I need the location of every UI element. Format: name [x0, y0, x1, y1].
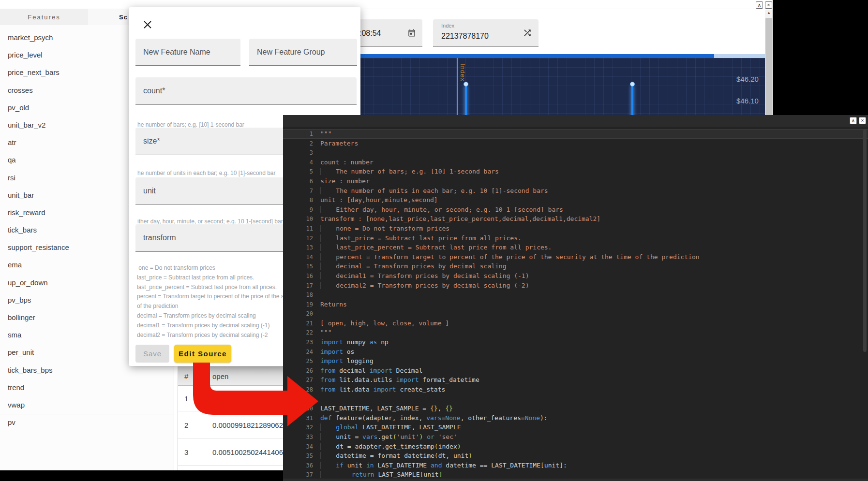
line-number: 4	[283, 158, 313, 168]
code-line: 21[ open, high, low, close, volume ]	[283, 319, 868, 328]
line-number: 8	[283, 196, 313, 205]
transform-help-text: one = Do not transform priceslast_price …	[137, 263, 308, 340]
code-line: 36 if unit in LAST_DATETIME and datetime…	[283, 461, 868, 470]
sidebar-item-pv[interactable]: pv	[0, 414, 174, 431]
code-line: 18	[283, 290, 868, 300]
feature-name-placeholder: New Feature Name	[143, 48, 210, 57]
line-number: 14	[283, 253, 313, 262]
table-header-open: open	[212, 372, 228, 380]
transform-placeholder: transform	[143, 233, 176, 242]
line-number: 33	[283, 433, 313, 442]
edit-source-button[interactable]: Edit Source	[174, 345, 231, 363]
screen: ∧ × Features Sc market_psychprice_levelp…	[0, 0, 868, 481]
editor-scrollbar-thumb[interactable]	[863, 130, 867, 352]
index-field-value: 22137878170	[441, 32, 489, 41]
sidebar-item-trend[interactable]: trend	[0, 379, 174, 396]
code-line: 35 datetime = format_datetime(dt, unit)	[283, 451, 868, 461]
code-line: 16 decimal1 = Transform prices by decima…	[283, 271, 868, 281]
sidebar-bottom-divider	[0, 414, 174, 414]
count-hint: he number of bars; e.g. [10] 1-second ba…	[137, 121, 244, 128]
code-line: 24import os	[283, 347, 868, 357]
line-number: 26	[283, 366, 313, 376]
code-line: 25import logging	[283, 356, 868, 366]
line-number: 7	[283, 187, 313, 196]
code-area[interactable]: 1"""2Parameters3----------4count : numbe…	[283, 127, 868, 479]
code-line: 30LAST_DATETIME, LAST_SAMPLE = {}, {}	[283, 404, 868, 413]
line-number: 30	[283, 404, 313, 414]
line-number: 25	[283, 357, 313, 366]
row-index: 3	[184, 448, 188, 456]
feature-group-input[interactable]: New Feature Group	[249, 39, 357, 66]
code-line: 4count : number	[283, 158, 868, 167]
editor-minimize-button[interactable]: ∧	[850, 117, 857, 124]
code-line: 27from lit.data.utils import format_date…	[283, 375, 868, 385]
close-icon[interactable]	[143, 20, 152, 29]
line-number: 32	[283, 423, 313, 433]
line-number: 34	[283, 442, 313, 452]
line-number: 29	[283, 395, 313, 405]
line-number: 12	[283, 234, 313, 244]
unit-placeholder: unit	[143, 187, 156, 195]
line-number: 37	[283, 470, 313, 479]
line-number: 24	[283, 348, 313, 357]
code-line: 5 The number of bars; e.g. [10] 1-second…	[283, 167, 868, 176]
code-line: 28from lit.data import create_stats	[283, 385, 868, 394]
code-line: 10transform : [none,last_price,last_pric…	[283, 214, 868, 224]
count-input[interactable]: count*	[135, 77, 357, 105]
window-minimize-button[interactable]: ∧	[756, 1, 763, 9]
editor-close-button[interactable]: ×	[859, 117, 866, 124]
code-line: 1"""	[283, 129, 868, 139]
line-number: 22	[283, 328, 313, 338]
code-line: 13 last_price_percent = Subtract last pr…	[283, 243, 868, 252]
sidebar-item-vwap[interactable]: vwap	[0, 396, 174, 414]
line-number: 31	[283, 414, 313, 423]
editor-bottom-bar	[283, 479, 868, 481]
feature-group-placeholder: New Feature Group	[257, 48, 325, 57]
line-number: 2	[283, 139, 313, 149]
line-number: 27	[283, 376, 313, 385]
price-axis-label: $46.20	[736, 75, 759, 83]
code-line: 3----------	[283, 148, 868, 158]
scrollbar-up-arrow-icon[interactable]: ▲	[765, 11, 773, 15]
cell-open: 0.00009918212890625	[212, 421, 287, 429]
price-axis-label: $46.10	[736, 97, 759, 105]
transform-help-line: of the prediction	[137, 302, 308, 311]
table-header-index: #	[184, 372, 188, 380]
line-number: 15	[283, 262, 313, 272]
line-number: 19	[283, 300, 313, 310]
transform-help-line: last_price = Subtract last price from al…	[137, 273, 308, 283]
code-line: 19Returns	[283, 300, 868, 309]
line-number: 21	[283, 319, 313, 329]
code-line: 34 dt = adapter.get_timestamp(index)	[283, 442, 868, 452]
line-number: 1	[283, 130, 313, 139]
code-line: 8unit : [day,hour,minute,second]	[283, 195, 868, 205]
feature-name-input[interactable]: New Feature Name	[135, 39, 240, 66]
transform-help-line: decimal1 = Transform prices by decimal s…	[137, 321, 308, 331]
line-number: 11	[283, 224, 313, 234]
code-line: 11 none = Do not transform prices	[283, 224, 868, 233]
transform-help-line: decimal2 = Transform prices by decimal s…	[137, 331, 308, 340]
code-line: 14 percent = Transform target to percent…	[283, 252, 868, 262]
index-field[interactable]: Index 22137878170	[433, 19, 539, 47]
calendar-icon[interactable]	[407, 29, 416, 39]
line-number: 9	[283, 205, 313, 215]
line-number: 10	[283, 215, 313, 224]
code-line: 37 return LAST_SAMPLE[unit]	[283, 470, 868, 479]
transform-help-line: one = Do not transform prices	[137, 263, 308, 273]
tab-features[interactable]: Features	[0, 9, 88, 25]
window-close-button[interactable]: ×	[765, 1, 772, 9]
code-line: 23import numpy as np	[283, 337, 868, 347]
line-number: 16	[283, 272, 313, 281]
line-number: 6	[283, 177, 313, 187]
line-number: 28	[283, 385, 313, 395]
cell-open: 0.00000918212890625	[212, 394, 287, 403]
code-line: 31def feature(adapter, index, vars=None,…	[283, 413, 868, 423]
line-number: 18	[283, 291, 313, 300]
shuffle-icon[interactable]	[523, 28, 532, 40]
row-index: 2	[184, 421, 188, 429]
save-button[interactable]: Save	[135, 345, 169, 363]
line-number: 36	[283, 461, 313, 471]
size-hint: he number of units in each bar; e.g. 10 …	[137, 170, 276, 176]
code-line: 6size : number	[283, 176, 868, 186]
line-number: 35	[283, 452, 313, 461]
